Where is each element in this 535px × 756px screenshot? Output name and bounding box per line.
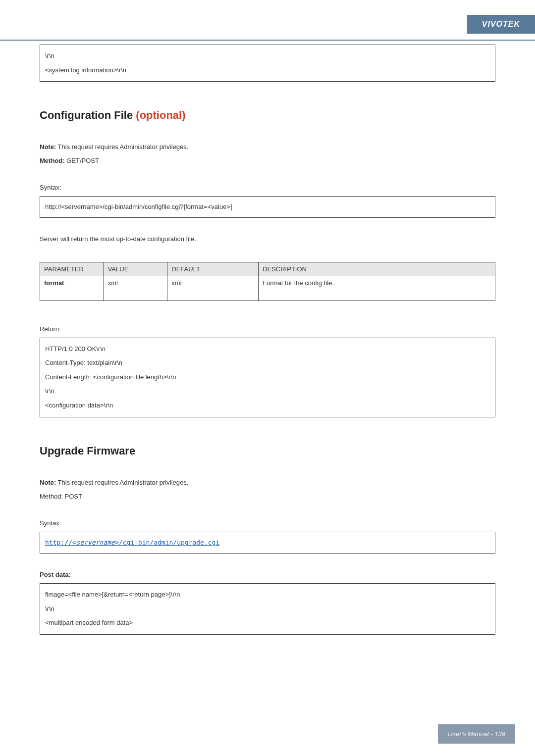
page-footer: User's Manual - 139 — [438, 724, 515, 744]
th-parameter: PARAMETER — [40, 262, 104, 276]
table-row: format xml xml Format for the config fil… — [40, 276, 495, 301]
code-line: \r\n — [45, 602, 490, 616]
section-heading-config-file: Configuration File (optional) — [40, 109, 495, 122]
th-value: VALUE — [104, 262, 167, 276]
content: \r\n <system log information>\r\n Config… — [40, 15, 495, 635]
code-line: <multipart encoded form data> — [45, 616, 490, 630]
method-line: Method: POST — [40, 491, 495, 502]
code-line: http://<servername>/cgi-bin/admin/config… — [45, 203, 232, 210]
code-line: <configuration data>\r\n — [45, 399, 490, 413]
code-line: <system log information>\r\n — [45, 63, 490, 78]
page: VIVOTEK \r\n <system log information>\r\… — [0, 0, 535, 756]
code-line: fimage=<file name>[&return=<return page>… — [45, 588, 490, 602]
code-line: \r\n — [45, 384, 490, 399]
code-line: Content-Type: text/plain\r\n — [45, 356, 490, 370]
th-default: DEFAULT — [167, 262, 259, 276]
table-header-row: PARAMETER VALUE DEFAULT DESCRIPTION — [40, 262, 495, 276]
header-rule — [0, 40, 535, 41]
td-parameter: format — [40, 276, 104, 301]
syntax-label: Syntax: — [40, 182, 495, 193]
td-default: xml — [167, 276, 259, 301]
method-line: Method: GET/POST — [40, 155, 495, 166]
note-line: Note: This request requires Administrato… — [40, 142, 495, 152]
post-data-box: fimage=<file name>[&return=<return page>… — [40, 583, 495, 635]
brand-header: VIVOTEK — [467, 15, 535, 34]
server-return-text: Server will return the most up-to-date c… — [40, 234, 495, 245]
syntax-box: http://<servername>/cgi-bin/admin/config… — [40, 196, 495, 218]
td-description: Format for the config file. — [259, 276, 495, 301]
note-line: Note: This request requires Administrato… — [40, 477, 495, 488]
syntax-box-url: http://<servername>/cgi-bin/admin/upgrad… — [40, 532, 495, 554]
syslog-return-box: \r\n <system log information>\r\n — [40, 45, 495, 82]
code-line: HTTP/1.0 200 OK\r\n — [45, 342, 490, 356]
code-line: Content-Length: <configuration file leng… — [45, 370, 490, 385]
th-description: DESCRIPTION — [259, 262, 495, 276]
td-value: xml — [104, 276, 167, 301]
return-label: Return: — [40, 324, 495, 335]
section-heading-upgrade-firmware: Upgrade Firmware — [40, 445, 495, 457]
brand-text: VIVOTEK — [482, 20, 520, 28]
code-line: \r\n — [45, 49, 490, 63]
return-box: HTTP/1.0 200 OK\r\n Content-Type: text/p… — [40, 338, 495, 417]
upgrade-url-link[interactable]: http://<servername>/cgi-bin/admin/upgrad… — [45, 539, 219, 546]
parameter-table: PARAMETER VALUE DEFAULT DESCRIPTION form… — [40, 262, 495, 301]
post-data-label: Post data: — [40, 569, 495, 580]
syntax-label: Syntax: — [40, 518, 495, 529]
